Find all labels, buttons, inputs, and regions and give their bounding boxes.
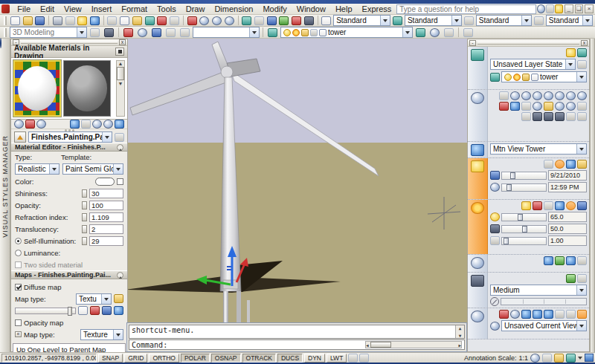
model-layout-icon[interactable] [348,354,358,363]
menu-tools[interactable]: Tools [152,4,181,14]
free-orbit-icon[interactable] [533,310,542,319]
layer-properties-button[interactable] [122,27,135,38]
osnap-toggle[interactable]: OSNAP [211,354,241,363]
apply-materials-icon[interactable] [555,256,565,265]
self-illumination-slider[interactable] [82,237,87,245]
material-attach-icon[interactable] [577,256,587,265]
menu-insert[interactable]: Insert [87,4,117,14]
up-one-level-button[interactable] [14,131,26,143]
menu-format[interactable]: Format [117,4,152,14]
sun-properties-icon[interactable] [566,201,576,210]
delete-map-button[interactable] [90,306,100,315]
layer-walk-button[interactable] [428,27,441,38]
scroll-down-icon[interactable]: ▼ [456,333,464,338]
command-input-line[interactable]: Command: ◀ ▶ [129,339,465,350]
shininess-slider[interactable] [82,189,87,198]
viewport-3d[interactable] [128,39,467,322]
collapse-section-icon[interactable] [117,272,123,279]
sun-time-value[interactable]: 12:59 PM [548,182,587,192]
mleader-style-icon[interactable] [533,16,544,26]
wedge-primitive-icon[interactable] [521,91,531,100]
sun-time-slider[interactable] [501,183,547,192]
material-swatch-selected[interactable] [13,60,61,117]
markup-button[interactable] [291,16,302,26]
sun-date-slider[interactable] [501,172,547,180]
menu-dimension[interactable]: Dimension [210,4,257,14]
self-illumination-radio[interactable] [15,238,22,244]
render-output-icon[interactable] [490,297,499,306]
paste-icon[interactable] [132,16,143,26]
favorites-star-icon[interactable] [555,4,563,13]
scroll-up-icon[interactable]: ▲ [456,325,464,331]
grid-toggle[interactable]: GRID [124,354,147,363]
continuous-orbit-icon[interactable] [544,310,553,319]
template-combo[interactable]: Paint Semi Glo [62,163,123,175]
cone-primitive-icon[interactable] [533,91,542,100]
color-swatch[interactable] [95,178,115,186]
table-style-combo[interactable]: Standard [476,15,532,26]
box-primitive-icon[interactable] [510,91,520,100]
polysolid-icon[interactable] [499,91,509,100]
palette-close-icon[interactable]: x [581,40,588,46]
type-combo[interactable]: Realistic [15,163,60,175]
scroll-thumb[interactable] [370,342,391,348]
refraction-input[interactable]: 1.109 [89,212,123,222]
publish-button[interactable] [77,16,88,26]
attach-by-layer-button[interactable] [92,120,102,129]
polar-toggle[interactable]: POLAR [181,354,210,363]
swatch-size-button[interactable] [115,48,124,56]
solid-modeling-panel-icon[interactable] [468,90,488,141]
dashboard-edge-strip[interactable] [590,39,595,352]
pan-button[interactable] [187,16,198,26]
apply-material-button[interactable] [70,120,80,129]
toolbar-grip[interactable] [4,16,7,25]
materials-panel-icon[interactable] [468,255,488,272]
remove-material-button[interactable] [81,120,91,129]
material-editor-section-header[interactable]: Material Editor - Finishes.P... [11,143,127,152]
slice-icon[interactable] [555,102,565,111]
menu-file[interactable]: File [13,4,35,14]
zoom-window-button[interactable] [211,16,222,26]
union-icon[interactable] [533,112,542,121]
geographic-location-icon[interactable] [577,160,587,169]
save-button[interactable] [34,16,45,26]
render-quality-combo[interactable]: Medium [490,285,587,296]
3d-rotate-icon[interactable] [577,112,587,121]
subtract-icon[interactable] [544,112,553,121]
zoom-realtime-button[interactable] [199,16,210,26]
open-button[interactable] [22,16,33,26]
dyn-toggle[interactable]: DYN [304,354,325,363]
close-button[interactable]: × [585,4,594,13]
quickcalc-button[interactable] [303,16,315,26]
match-properties-button[interactable] [144,16,155,26]
opacity-map-type-combo[interactable]: Texture [80,329,123,340]
zoom-previous-button[interactable] [224,16,235,26]
named-view-combo[interactable]: Mtn View Tower [490,143,587,155]
layer-states-button[interactable] [414,27,427,38]
point-light-icon[interactable] [521,201,531,210]
checkered-underlay-button[interactable] [25,120,35,129]
restore-button[interactable]: ❏ [575,4,584,13]
menu-window[interactable]: Window [292,4,330,14]
layer-unisolate-button[interactable] [178,27,191,38]
communication-center-icon[interactable] [546,4,554,13]
render-panel-icon[interactable] [468,273,488,308]
luminance-radio[interactable] [15,250,22,256]
workspace-settings-button[interactable] [89,27,101,38]
two-sided-material-checkbox[interactable] [15,261,22,268]
material-options-button[interactable] [115,133,124,142]
contrast-slider[interactable] [501,225,547,233]
palette-collapse-button[interactable]: - [469,40,476,46]
scroll-left-icon[interactable]: ◀ [366,342,369,348]
clean-screen-icon[interactable] [585,354,594,362]
scroll-down-icon[interactable]: ▼ [118,81,123,86]
menu-edit[interactable]: Edit [36,4,59,14]
snap-toggle[interactable]: SNAP [98,354,123,363]
sphere-primitive-icon[interactable] [544,91,553,100]
diffuse-map-checkbox[interactable] [15,284,22,290]
cylinder-primitive-icon[interactable] [555,91,565,100]
translucency-slider[interactable] [82,225,87,233]
cut-icon[interactable] [107,16,118,26]
purge-material-button[interactable] [103,120,113,129]
ducs-toggle[interactable]: DUCS [277,354,303,363]
